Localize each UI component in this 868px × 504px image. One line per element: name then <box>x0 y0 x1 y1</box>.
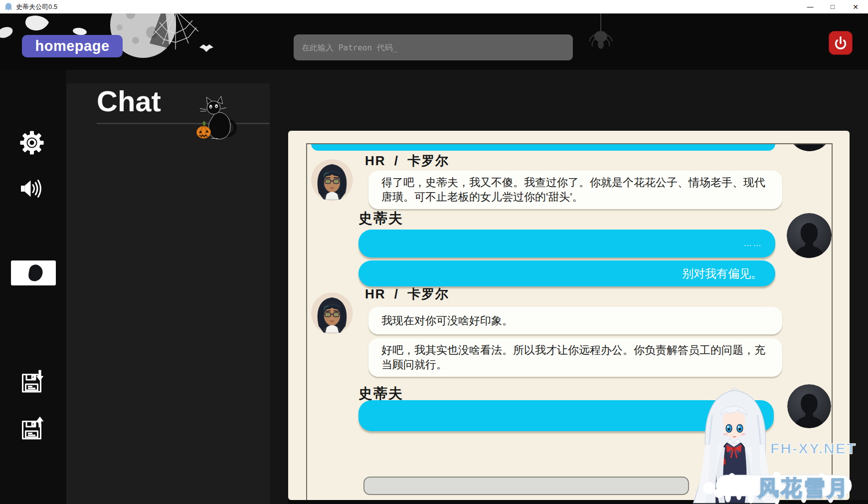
top-header: homepage <box>0 13 868 70</box>
speaker-name: HR / 卡罗尔 <box>365 152 449 170</box>
black-cat-pumpkin-icon <box>196 95 239 142</box>
bat-icon <box>199 44 213 52</box>
chat-title-underline <box>97 123 270 124</box>
power-quit-button[interactable] <box>829 31 853 55</box>
watermark-name-text: 风花雪月 <box>758 474 850 502</box>
speaker-name: 史蒂夫 <box>358 209 403 228</box>
watermark-site-text: FH-XY.NET <box>770 440 857 457</box>
chat-bubble: 我现在对你可没啥好印象。 <box>368 307 782 334</box>
avatar-steve <box>787 213 832 258</box>
avatar-hr-carol <box>311 159 353 201</box>
hanging-spider-icon <box>589 13 612 49</box>
app-window: 史蒂夫公司0.5 — □ ✕ <box>0 0 868 504</box>
left-sidebar <box>0 70 66 504</box>
avatar-hr-carol <box>311 292 353 334</box>
patreon-code-input[interactable] <box>294 34 573 60</box>
app-icon <box>5 2 12 11</box>
patreon-icon <box>22 262 44 284</box>
minimize-button[interactable]: — <box>799 0 821 13</box>
audio-button[interactable] <box>19 177 44 201</box>
speaker-icon <box>19 177 44 201</box>
chat-bubble-partial <box>311 143 775 151</box>
chat-bubble: 好吧，我其实也没啥看法。所以我才让你远程办公。你负责解答员工的问题，充当顾问就行… <box>368 338 782 377</box>
load-game-button[interactable] <box>18 416 47 444</box>
avatar-steve-partial <box>787 143 832 151</box>
chat-scrollbar[interactable] <box>363 477 689 495</box>
load-disk-upload-icon <box>18 416 46 443</box>
title-bar: 史蒂夫公司0.5 — □ ✕ <box>0 0 868 13</box>
chat-bubble: 得了吧，史蒂夫，我又不傻。我查过你了。你就是个花花公子、情场老手、现代唐璜。可不… <box>368 171 782 209</box>
gear-icon <box>19 130 45 156</box>
save-disk-download-icon <box>18 369 46 396</box>
close-button[interactable]: ✕ <box>845 0 867 13</box>
chat-bubble: 别对我有偏见。 <box>358 260 775 286</box>
window-title: 史蒂夫公司0.5 <box>16 2 57 11</box>
save-game-button[interactable] <box>18 369 47 397</box>
chat-list-title: Chat <box>97 84 161 118</box>
patreon-button[interactable] <box>11 260 56 285</box>
speaker-name: HR / 卡罗尔 <box>365 285 449 303</box>
homepage-button[interactable]: homepage <box>22 35 123 57</box>
avatar-steve <box>787 384 831 428</box>
chat-bubble: …… <box>358 230 775 257</box>
settings-button[interactable] <box>19 130 45 156</box>
chat-list-panel: Chat <box>66 83 270 504</box>
power-icon <box>832 34 849 51</box>
maximize-button[interactable]: □ <box>822 0 844 13</box>
